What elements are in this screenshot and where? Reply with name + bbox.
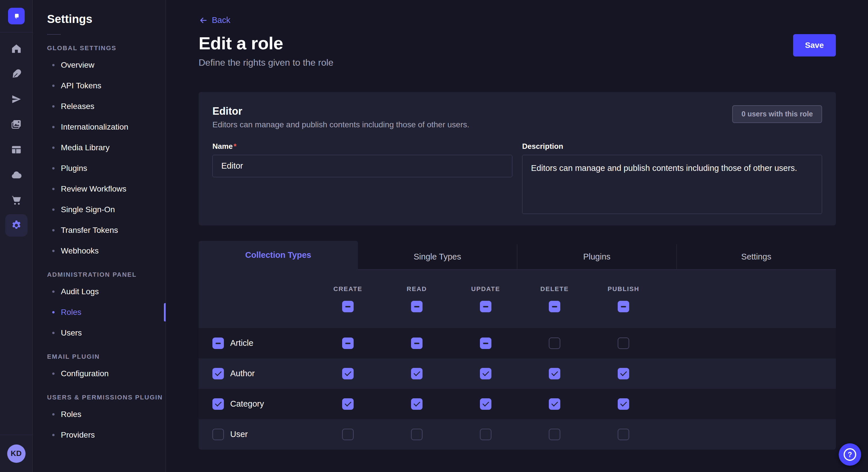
back-link[interactable]: Back — [198, 15, 230, 25]
permission-checkbox[interactable] — [549, 398, 560, 410]
select-all-publish-checkbox[interactable] — [618, 301, 629, 312]
sidebar-item-webhooks[interactable]: Webhooks — [33, 241, 166, 261]
help-button[interactable] — [839, 443, 861, 466]
sidebar-item-roles-active[interactable]: Roles — [33, 302, 166, 323]
sidebar-item-audit-logs[interactable]: Audit Logs — [33, 281, 166, 302]
row-select-checkbox[interactable] — [212, 429, 224, 440]
permission-checkbox[interactable] — [549, 338, 560, 349]
sidebar-item-releases[interactable]: Releases — [33, 96, 166, 117]
sidebar-item-label: Configuration — [61, 369, 109, 378]
home-icon[interactable] — [11, 43, 22, 54]
column-label: CREATE — [334, 285, 363, 293]
back-label: Back — [212, 15, 230, 25]
cloud-icon[interactable] — [11, 169, 22, 180]
cell — [451, 338, 520, 349]
media-library-icon[interactable] — [11, 119, 22, 130]
bullet-icon — [52, 229, 55, 231]
row-select-checkbox[interactable] — [212, 338, 224, 349]
sidebar-item-configuration[interactable]: Configuration — [33, 363, 166, 384]
section-label-users-permissions: USERS & PERMISSIONS PLUGIN — [47, 394, 166, 401]
table-row-author: Author — [198, 359, 836, 389]
sidebar-item-providers[interactable]: Providers — [33, 425, 166, 445]
sidebar-item-transfer-tokens[interactable]: Transfer Tokens — [33, 220, 166, 241]
marketplace-cart-icon[interactable] — [11, 195, 22, 206]
column-read: READ — [382, 285, 451, 312]
users-with-role-button[interactable]: 0 users with this role — [732, 105, 822, 123]
description-textarea[interactable]: Editors can manage and publish contents … — [522, 155, 822, 214]
sidebar-item-label: Releases — [61, 102, 94, 111]
sidebar-item-media-library[interactable]: Media Library — [33, 137, 166, 158]
row-name-cell: Category — [198, 398, 313, 410]
permission-checkbox[interactable] — [342, 429, 353, 440]
sidebar-item-api-tokens[interactable]: API Tokens — [33, 75, 166, 96]
role-name-heading: Editor — [212, 105, 469, 117]
settings-gear-icon[interactable] — [5, 214, 28, 237]
permission-checkbox[interactable] — [618, 368, 629, 379]
cell — [451, 398, 520, 410]
bullet-icon — [52, 208, 55, 211]
sidebar-item-label: Review Workflows — [61, 184, 126, 194]
permission-checkbox[interactable] — [411, 398, 423, 410]
select-all-update-checkbox[interactable] — [480, 301, 491, 312]
role-card-header: Editor Editors can manage and publish co… — [212, 105, 822, 129]
required-asterisk: * — [234, 142, 237, 150]
bullet-icon — [52, 105, 55, 107]
save-button[interactable]: Save — [793, 34, 836, 57]
permission-checkbox[interactable] — [411, 368, 423, 379]
permission-checkbox[interactable] — [411, 429, 423, 440]
cell — [451, 429, 520, 440]
tab-collection-types[interactable]: Collection Types — [198, 241, 358, 270]
sidebar-item-users[interactable]: Users — [33, 323, 166, 343]
permission-checkbox[interactable] — [342, 368, 353, 379]
permission-checkbox[interactable] — [480, 368, 491, 379]
column-create: CREATE — [313, 285, 382, 312]
sidebar-item-review-workflows[interactable]: Review Workflows — [33, 179, 166, 199]
permission-checkbox[interactable] — [618, 338, 629, 349]
row-select-checkbox[interactable] — [212, 398, 224, 410]
icon-rail: KD — [0, 0, 33, 472]
sidebar-item-up-roles[interactable]: Roles — [33, 404, 166, 425]
bullet-icon — [52, 332, 55, 334]
select-all-read-checkbox[interactable] — [411, 301, 423, 312]
sidebar-item-plugins[interactable]: Plugins — [33, 158, 166, 179]
permission-checkbox[interactable] — [480, 338, 491, 349]
page-header-text: Edit a role Define the rights given to t… — [198, 33, 334, 68]
cell — [589, 398, 658, 410]
select-all-delete-checkbox[interactable] — [549, 301, 560, 312]
cell — [589, 338, 658, 349]
cell — [382, 368, 451, 379]
section-label-admin-panel: ADMINISTRATION PANEL — [47, 271, 166, 278]
permission-checkbox[interactable] — [618, 429, 629, 440]
tab-single-types[interactable]: Single Types — [358, 244, 517, 270]
cell — [313, 398, 382, 410]
send-plane-icon[interactable] — [11, 94, 22, 105]
tab-plugins[interactable]: Plugins — [517, 244, 677, 270]
tab-settings[interactable]: Settings — [677, 244, 836, 270]
permission-checkbox[interactable] — [480, 429, 491, 440]
sidebar-item-label: Providers — [61, 430, 95, 440]
row-select-checkbox[interactable] — [212, 368, 224, 379]
section-label-email-plugin: EMAIL PLUGIN — [47, 353, 166, 361]
permission-checkbox[interactable] — [618, 398, 629, 410]
strapi-logo-icon[interactable] — [8, 8, 25, 24]
select-all-create-checkbox[interactable] — [342, 301, 353, 312]
permission-checkbox[interactable] — [549, 368, 560, 379]
name-input[interactable] — [212, 155, 513, 177]
cell — [313, 368, 382, 379]
bullet-icon — [52, 311, 55, 313]
user-avatar[interactable]: KD — [7, 444, 26, 463]
column-update: UPDATE — [451, 285, 520, 312]
layout-panel-icon[interactable] — [11, 144, 22, 155]
permission-checkbox[interactable] — [342, 398, 353, 410]
column-delete: DELETE — [520, 285, 589, 312]
sidebar-item-overview[interactable]: Overview — [33, 55, 166, 75]
permission-checkbox[interactable] — [342, 338, 353, 349]
sidebar-item-single-sign-on[interactable]: Single Sign-On — [33, 199, 166, 220]
permission-checkbox[interactable] — [411, 338, 423, 349]
sidebar-item-internationalization[interactable]: Internationalization — [33, 117, 166, 137]
bullet-icon — [52, 85, 55, 87]
permission-checkbox[interactable] — [480, 398, 491, 410]
permission-checkbox[interactable] — [549, 429, 560, 440]
role-card-header-text: Editor Editors can manage and publish co… — [212, 105, 469, 129]
content-builder-feather-icon[interactable] — [11, 69, 22, 79]
